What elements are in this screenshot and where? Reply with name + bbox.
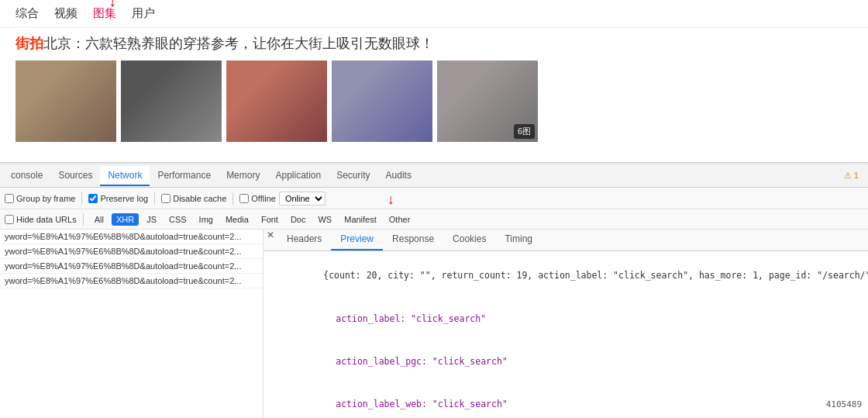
type-filter-css[interactable]: CSS xyxy=(164,213,191,226)
type-filter-bar: Hide data URLs All XHR JS CSS Img Media … xyxy=(0,209,868,230)
request-item-3[interactable]: yword=%E8%A1%97%E6%8B%8D&autoload=true&c… xyxy=(0,274,263,288)
nav-item-综合[interactable]: 综合 xyxy=(16,6,39,21)
type-filter-all[interactable]: All xyxy=(90,213,108,226)
offline-checkbox[interactable]: Offline xyxy=(239,194,276,203)
tab-memory[interactable]: Memory xyxy=(219,166,267,186)
devtools-warning-badge: ⚠ 1 xyxy=(844,171,865,181)
hide-data-urls-input[interactable] xyxy=(5,215,14,224)
nav-item-图集[interactable]: 图集 ↓ xyxy=(93,6,116,21)
close-detail-icon[interactable]: ✕ xyxy=(264,230,277,250)
type-filter-other[interactable]: Other xyxy=(384,213,415,226)
filter-divider-2 xyxy=(154,192,155,205)
article-image-3 xyxy=(226,60,327,142)
nav-item-视频[interactable]: 视频 xyxy=(54,6,78,21)
type-filter-media[interactable]: Media xyxy=(221,213,253,226)
type-filter-divider xyxy=(83,213,84,226)
type-filter-doc[interactable]: Doc xyxy=(286,213,311,226)
detail-pane: ✕ Headers Preview Response Cookies Timin… xyxy=(264,230,868,418)
article-image-2 xyxy=(121,60,222,142)
detail-tab-timing[interactable]: Timing xyxy=(495,230,542,250)
article-title-highlight: 街拍 xyxy=(16,36,43,51)
disable-cache-checkbox[interactable]: Disable cache xyxy=(161,194,226,203)
type-filter-js[interactable]: JS xyxy=(142,213,161,226)
throttle-select[interactable]: Online xyxy=(279,192,326,206)
tab-security[interactable]: Security xyxy=(329,166,377,186)
status-number: 4105489 xyxy=(826,398,862,412)
webpage-preview: 综合 视频 图集 ↓ 用户 街拍北京：六款轻熟养眼的穿搭参考，让你在大街上吸引无… xyxy=(0,0,868,163)
request-item-0[interactable]: yword=%E8%A1%97%E6%8B%8D&autoload=true&c… xyxy=(0,230,263,244)
preserve-log-checkbox[interactable]: Preserve log xyxy=(88,194,148,203)
preserve-log-input[interactable] xyxy=(88,194,98,203)
devtools-tab-bar: console Sources Network Performance Memo… xyxy=(0,164,868,188)
devtools-panel: console Sources Network Performance Memo… xyxy=(0,163,868,418)
type-filter-manifest[interactable]: Manifest xyxy=(339,213,381,226)
request-item-2[interactable]: yword=%E8%A1%97%E6%8B%8D&autoload=true&c… xyxy=(0,259,263,274)
tab-sources[interactable]: Sources xyxy=(50,166,100,186)
nav-bar: 综合 视频 图集 ↓ 用户 xyxy=(0,0,868,28)
detail-tab-headers[interactable]: Headers xyxy=(277,230,331,250)
request-item-1[interactable]: yword=%E8%A1%97%E6%8B%8D&autoload=true&c… xyxy=(0,244,263,259)
tab-network[interactable]: Network xyxy=(100,166,150,186)
detail-tab-response[interactable]: Response xyxy=(383,230,443,250)
other-arrow-container: Other ↓ xyxy=(384,213,415,226)
tab-performance[interactable]: Performance xyxy=(150,166,219,186)
type-filter-font[interactable]: Font xyxy=(257,213,283,226)
nav-item-用户[interactable]: 用户 xyxy=(132,6,155,21)
json-line-0: {count: 20, city: "", return_count: 19, … xyxy=(270,254,862,297)
disable-cache-input[interactable] xyxy=(161,194,170,203)
detail-tab-cookies[interactable]: Cookies xyxy=(443,230,495,250)
json-line-2: action_label_pgc: "click_search" xyxy=(270,340,862,382)
json-line-1: action_label: "click_search" xyxy=(270,297,862,340)
json-viewer[interactable]: {count: 20, city: "", return_count: 19, … xyxy=(264,251,868,418)
detail-tab-preview[interactable]: Preview xyxy=(331,230,383,250)
article-image-4 xyxy=(332,60,432,142)
article-image-1 xyxy=(16,60,116,142)
type-filter-xhr[interactable]: XHR xyxy=(112,213,139,226)
hide-data-urls-checkbox[interactable]: Hide data URLs xyxy=(5,215,77,224)
group-by-frame-input[interactable] xyxy=(5,194,14,203)
offline-input[interactable] xyxy=(239,194,249,203)
filter-bar: Group by frame Preserve log Disable cach… xyxy=(0,188,868,209)
red-arrow-icon: ↓ xyxy=(108,0,116,10)
type-filter-img[interactable]: Img xyxy=(195,213,218,226)
main-content: yword=%E8%A1%97%E6%8B%8D&autoload=true&c… xyxy=(0,230,868,418)
type-filter-ws[interactable]: WS xyxy=(313,213,336,226)
filter-divider-1 xyxy=(81,192,82,205)
article-title: 街拍北京：六款轻熟养眼的穿搭参考，让你在大街上吸引无数眼球！ xyxy=(0,28,868,57)
filter-divider-3 xyxy=(232,192,233,205)
tab-audits[interactable]: Audits xyxy=(378,166,419,186)
article-image-5: 6图 xyxy=(437,60,538,142)
request-list[interactable]: yword=%E8%A1%97%E6%8B%8D&autoload=true&c… xyxy=(0,230,264,418)
images-row: 6图 xyxy=(0,57,868,145)
tab-console[interactable]: console xyxy=(3,166,50,186)
image-count-badge: 6图 xyxy=(514,124,535,139)
tab-application[interactable]: Application xyxy=(267,166,329,186)
detail-tabs: ✕ Headers Preview Response Cookies Timin… xyxy=(264,230,868,251)
group-by-frame-checkbox[interactable]: Group by frame xyxy=(5,194,75,203)
json-line-3: action_label_web: "click_search" xyxy=(270,383,862,418)
